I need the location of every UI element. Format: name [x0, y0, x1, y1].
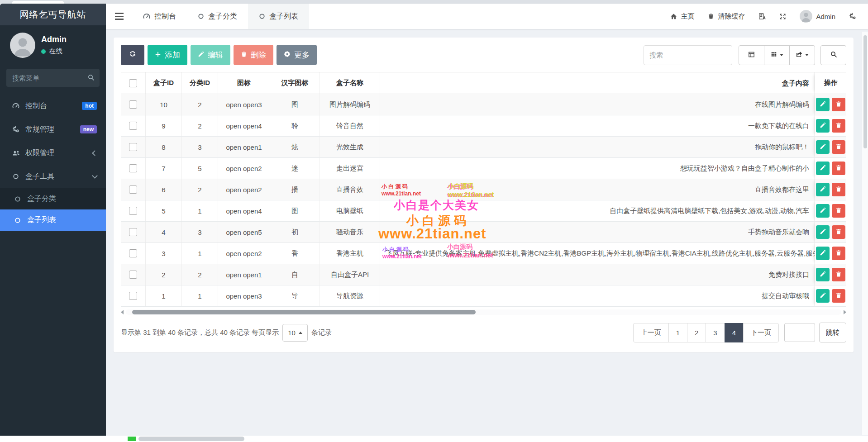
- menu-toggle-button[interactable]: [106, 4, 132, 29]
- row-delete-button[interactable]: [832, 204, 845, 218]
- pencil-icon: [820, 228, 826, 236]
- scroll-right-arrow-icon[interactable]: [844, 310, 846, 314]
- vertical-scrollbar-thumb[interactable]: [863, 35, 867, 148]
- toggle-search-button[interactable]: [820, 45, 846, 65]
- sidebar-item-label: 盒子列表: [27, 215, 56, 225]
- add-button[interactable]: 添加: [148, 45, 187, 65]
- circle-icon: [14, 217, 22, 223]
- row-edit-button[interactable]: [816, 289, 830, 303]
- user-menu[interactable]: Admin: [800, 10, 835, 23]
- row-checkbox[interactable]: [129, 122, 137, 130]
- menu-search-input[interactable]: [6, 69, 100, 87]
- row-edit-button[interactable]: [816, 225, 830, 239]
- row-delete-button[interactable]: [832, 98, 845, 111]
- edit-button[interactable]: 编辑: [191, 45, 230, 65]
- row-edit-button[interactable]: [816, 98, 830, 111]
- row-checkbox[interactable]: [129, 207, 137, 215]
- general-badge: new: [80, 125, 97, 133]
- delete-button[interactable]: 删除: [234, 45, 273, 65]
- table-search-input[interactable]: [644, 45, 732, 65]
- summary-suffix: 条记录: [311, 328, 332, 337]
- row-checkbox[interactable]: [129, 292, 137, 300]
- tab-box-list[interactable]: 盒子列表: [248, 4, 309, 29]
- row-delete-button[interactable]: [832, 162, 845, 175]
- add-label: 添加: [165, 50, 180, 60]
- sidebar-item-label: 权限管理: [25, 148, 54, 158]
- more-button[interactable]: 更多: [277, 45, 317, 65]
- row-checkbox[interactable]: [129, 100, 137, 109]
- scroll-left-arrow-icon[interactable]: [121, 310, 124, 314]
- scrollbar-thumb[interactable]: [132, 310, 476, 314]
- cell-icon: open open2: [218, 179, 270, 200]
- language-switch-button[interactable]: [758, 13, 766, 20]
- row-checkbox[interactable]: [129, 271, 137, 279]
- row-checkbox[interactable]: [129, 143, 137, 151]
- cell-zh-icon: 图: [270, 94, 320, 115]
- jump-page-input[interactable]: [784, 323, 815, 342]
- row-edit-button[interactable]: [816, 162, 830, 175]
- header-cell-box-id[interactable]: 盒子ID: [146, 72, 182, 94]
- page-button-4[interactable]: 4: [725, 323, 744, 342]
- chevron-down-icon: [92, 173, 98, 179]
- cell-zh-icon: 香: [270, 243, 320, 264]
- sidebar-item-auth[interactable]: 权限管理: [0, 141, 106, 165]
- sidebar-item-general[interactable]: 常规管理new: [0, 118, 106, 141]
- tab-dashboard[interactable]: 控制台: [132, 4, 187, 29]
- prev-page-button[interactable]: 上一页: [633, 323, 669, 342]
- header-cell-icon[interactable]: 图标: [218, 72, 270, 94]
- cell-select: [121, 158, 146, 179]
- row-delete-button[interactable]: [832, 119, 845, 133]
- page-size-select[interactable]: 10: [282, 324, 308, 342]
- row-edit-button[interactable]: [816, 119, 830, 133]
- row-delete-button[interactable]: [832, 140, 845, 154]
- row-delete-button[interactable]: [832, 289, 845, 303]
- row-checkbox[interactable]: [129, 228, 137, 236]
- clear-cache-link[interactable]: 清除缓存: [708, 12, 745, 21]
- row-delete-button[interactable]: [832, 183, 845, 196]
- export-button[interactable]: [789, 45, 815, 65]
- header-cell-cat-id[interactable]: 分类ID: [182, 72, 218, 94]
- header-cell-name[interactable]: 盒子名称: [320, 72, 380, 94]
- search-icon[interactable]: [87, 74, 95, 83]
- sidebar-item-box-tool[interactable]: 盒子工具: [0, 165, 106, 188]
- row-checkbox[interactable]: [129, 164, 137, 172]
- row-delete-button[interactable]: [832, 225, 845, 239]
- row-checkbox[interactable]: [129, 249, 137, 257]
- row-edit-button[interactable]: [816, 247, 830, 260]
- next-page-button[interactable]: 下一页: [743, 323, 779, 342]
- row-edit-button[interactable]: [816, 183, 830, 196]
- header-cell-actions[interactable]: 操作: [815, 72, 846, 94]
- scrollbar-track[interactable]: [126, 309, 841, 315]
- refresh-icon: [129, 50, 136, 60]
- home-link[interactable]: 主页: [670, 12, 694, 21]
- sidebar-item-box-list[interactable]: 盒子列表: [0, 209, 106, 231]
- row-delete-button[interactable]: [832, 268, 845, 281]
- refresh-button[interactable]: [121, 45, 144, 65]
- sidebar-item-box-category[interactable]: 盒子分类: [0, 188, 106, 209]
- row-checkbox[interactable]: [129, 185, 137, 194]
- pencil-icon: [820, 165, 826, 172]
- row-edit-button[interactable]: [816, 140, 830, 154]
- select-all-checkbox[interactable]: [129, 79, 137, 87]
- detail-view-button[interactable]: [739, 45, 764, 65]
- tab-box-category[interactable]: 盒子分类: [187, 4, 248, 29]
- jump-button[interactable]: 跳转: [819, 323, 846, 342]
- trash-icon: [835, 143, 842, 151]
- row-edit-button[interactable]: [816, 268, 830, 281]
- vertical-scrollbar[interactable]: [862, 32, 868, 435]
- row-delete-button[interactable]: [832, 247, 845, 260]
- header-cell-zh-icon[interactable]: 汉字图标: [270, 72, 320, 94]
- columns-button[interactable]: [764, 45, 790, 65]
- page-button-3[interactable]: 3: [706, 323, 725, 342]
- users-icon: [12, 149, 20, 157]
- fullscreen-button[interactable]: [779, 13, 786, 20]
- page-button-1[interactable]: 1: [668, 323, 687, 342]
- online-dot-icon: [41, 49, 46, 54]
- settings-button[interactable]: [849, 13, 856, 20]
- sidebar-item-dashboard[interactable]: 控制台hot: [0, 94, 106, 118]
- row-edit-button[interactable]: [816, 204, 830, 218]
- header-cell-content[interactable]: 盒子内容: [380, 72, 815, 94]
- translate-icon: [758, 13, 766, 20]
- page-button-2[interactable]: 2: [687, 323, 706, 342]
- cell-zh-icon: 炫: [270, 137, 320, 157]
